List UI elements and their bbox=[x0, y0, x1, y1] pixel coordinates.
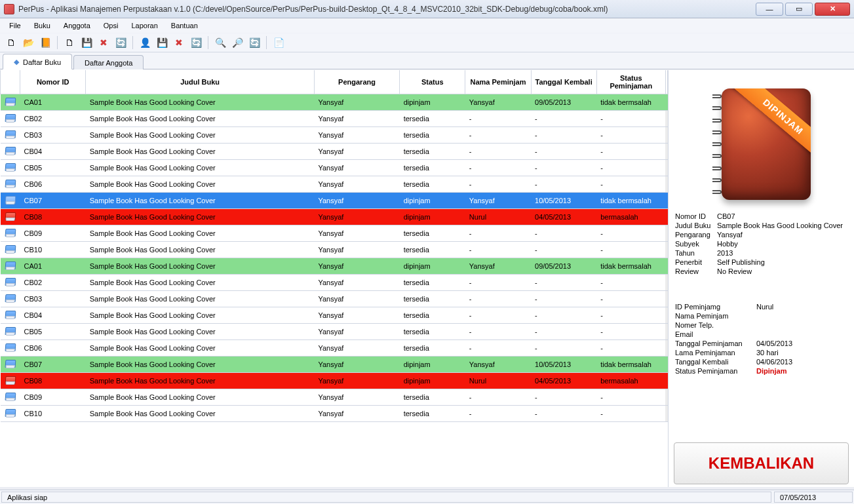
cell-borrower: - bbox=[465, 176, 531, 193]
tab-daftar-buku[interactable]: ◆ Daftar Buku bbox=[3, 54, 72, 69]
menu-file[interactable]: File bbox=[3, 20, 28, 31]
new-book-icon[interactable]: 🗋 bbox=[62, 35, 77, 50]
cell-author: Yansyaf bbox=[314, 144, 399, 160]
cell-borrower: - bbox=[465, 406, 531, 422]
cell-borrower: Yansyaf bbox=[465, 94, 531, 111]
col-icon[interactable] bbox=[1, 70, 20, 94]
menu-anggota[interactable]: Anggota bbox=[57, 20, 97, 31]
lbl-nama-peminjam: Nama Peminjam bbox=[675, 312, 754, 320]
cell-return: 04/05/2013 bbox=[531, 373, 596, 389]
cell-id: CB08 bbox=[20, 373, 86, 389]
table-row[interactable]: CB04Sample Book Has Good Looking CoverYa… bbox=[1, 144, 668, 160]
col-pengarang[interactable]: Pengarang bbox=[314, 70, 399, 94]
table-row[interactable]: CB08Sample Book Has Good Looking CoverYa… bbox=[1, 373, 668, 389]
delete-member-icon[interactable]: ✖ bbox=[172, 35, 186, 50]
col-status[interactable]: Status bbox=[400, 70, 465, 94]
val-nama-peminjam bbox=[756, 312, 847, 320]
book-row-icon bbox=[1, 160, 20, 176]
tab-daftar-anggota[interactable]: Daftar Anggota bbox=[73, 55, 144, 69]
cell-id: CB06 bbox=[20, 176, 86, 193]
book-row-icon bbox=[1, 324, 20, 340]
table-row[interactable]: CB06Sample Book Has Good Looking CoverYa… bbox=[1, 176, 668, 193]
col-nomor-id[interactable]: Nomor ID bbox=[20, 70, 86, 94]
cell-id: CB04 bbox=[20, 144, 86, 160]
zoom-out-icon[interactable]: 🔎 bbox=[230, 35, 244, 50]
cell-title: Sample Book Has Good Looking Cover bbox=[86, 340, 315, 357]
table-row[interactable]: CB10Sample Book Has Good Looking CoverYa… bbox=[1, 242, 668, 258]
cell-return: 10/05/2013 bbox=[531, 193, 596, 209]
menu-buku[interactable]: Buku bbox=[28, 20, 57, 31]
save-member-icon[interactable]: 💾 bbox=[155, 35, 169, 50]
col-tgl-kembali[interactable]: Tanggal Kembali bbox=[531, 70, 596, 94]
cell-status: tersedia bbox=[400, 127, 465, 144]
lbl-tgl-kembali: Tanggal Kembali bbox=[675, 358, 754, 366]
book-row-icon bbox=[1, 94, 20, 111]
table-row[interactable]: CA01Sample Book Has Good Looking CoverYa… bbox=[1, 258, 668, 275]
menu-opsi[interactable]: Opsi bbox=[97, 20, 125, 31]
table-row[interactable]: CB08Sample Book Has Good Looking CoverYa… bbox=[1, 209, 668, 225]
val-subyek: Hobby bbox=[717, 240, 847, 248]
maximize-button[interactable]: ▭ bbox=[785, 3, 813, 16]
table-row[interactable]: CB07Sample Book Has Good Looking CoverYa… bbox=[1, 193, 668, 209]
export-icon[interactable]: 📄 bbox=[271, 35, 286, 50]
table-row[interactable]: CB07Sample Book Has Good Looking CoverYa… bbox=[1, 357, 668, 373]
cell-spacer bbox=[665, 291, 667, 307]
zoom-in-icon[interactable]: 🔍 bbox=[213, 35, 227, 50]
table-row[interactable]: CB02Sample Book Has Good Looking CoverYa… bbox=[1, 111, 668, 127]
table-row[interactable]: CB05Sample Book Has Good Looking CoverYa… bbox=[1, 324, 668, 340]
menubar: File Buku Anggota Opsi Laporan Bantuan bbox=[0, 18, 854, 33]
content-area: Nomor ID Judul Buku Pengarang Status Nam… bbox=[0, 69, 854, 487]
cell-author: Yansyaf bbox=[314, 307, 399, 324]
cell-loan-status: - bbox=[596, 160, 665, 176]
return-button[interactable]: KEMBALIKAN bbox=[674, 442, 849, 484]
cell-status: tersedia bbox=[400, 340, 465, 357]
member-icon[interactable]: 👤 bbox=[138, 35, 152, 50]
book-row-icon bbox=[1, 144, 20, 160]
save-book-icon[interactable]: 💾 bbox=[79, 35, 94, 50]
zoom-reset-icon[interactable]: 🔄 bbox=[247, 35, 262, 50]
cell-spacer bbox=[665, 225, 667, 242]
book-row-icon bbox=[1, 176, 20, 193]
table-row[interactable]: CB02Sample Book Has Good Looking CoverYa… bbox=[1, 275, 668, 291]
book-info: Nomor IDCB07 Judul BukuSample Book Has G… bbox=[672, 206, 850, 282]
cell-spacer bbox=[665, 144, 667, 160]
book-row-icon bbox=[1, 406, 20, 422]
menu-bantuan[interactable]: Bantuan bbox=[165, 20, 204, 31]
cell-id: CB05 bbox=[20, 160, 86, 176]
app-icon bbox=[4, 4, 14, 14]
cell-loan-status: - bbox=[596, 144, 665, 160]
table-row[interactable]: CB09Sample Book Has Good Looking CoverYa… bbox=[1, 389, 668, 406]
table-row[interactable]: CB10Sample Book Has Good Looking CoverYa… bbox=[1, 406, 668, 422]
minimize-button[interactable]: — bbox=[756, 3, 783, 16]
delete-book-icon[interactable]: ✖ bbox=[96, 35, 111, 50]
book-settings-icon[interactable]: 📙 bbox=[38, 35, 52, 50]
new-file-icon[interactable]: 🗋 bbox=[4, 35, 18, 50]
col-peminjam[interactable]: Nama Peminjam bbox=[465, 70, 531, 94]
cell-author: Yansyaf bbox=[314, 389, 399, 406]
close-button[interactable]: ✕ bbox=[815, 3, 850, 16]
cell-spacer bbox=[665, 357, 667, 373]
refresh-members-icon[interactable]: 🔄 bbox=[189, 35, 203, 50]
table-row[interactable]: CB03Sample Book Has Good Looking CoverYa… bbox=[1, 291, 668, 307]
book-cover-body: DIPINJAM bbox=[722, 88, 811, 200]
cell-borrower: - bbox=[465, 389, 531, 406]
table-row[interactable]: CB03Sample Book Has Good Looking CoverYa… bbox=[1, 127, 668, 144]
cell-id: CB08 bbox=[20, 209, 86, 225]
table-row[interactable]: CB06Sample Book Has Good Looking CoverYa… bbox=[1, 340, 668, 357]
cell-return: - bbox=[531, 340, 596, 357]
refresh-books-icon[interactable]: 🔄 bbox=[113, 35, 128, 50]
val-penerbit: Self Publishing bbox=[717, 258, 847, 266]
cell-spacer bbox=[665, 160, 667, 176]
table-row[interactable]: CA01Sample Book Has Good Looking CoverYa… bbox=[1, 94, 668, 111]
cell-id: CB06 bbox=[20, 340, 86, 357]
menu-laporan[interactable]: Laporan bbox=[125, 20, 164, 31]
col-judul[interactable]: Judul Buku bbox=[86, 70, 315, 94]
open-folder-icon[interactable]: 📂 bbox=[21, 35, 35, 50]
table-row[interactable]: CB09Sample Book Has Good Looking CoverYa… bbox=[1, 225, 668, 242]
titlebar: PerPus - Aplikasi Manajemen Perpustakaan… bbox=[0, 0, 854, 18]
table-row[interactable]: CB05Sample Book Has Good Looking CoverYa… bbox=[1, 160, 668, 176]
col-status-peminjaman[interactable]: Status Peminjaman bbox=[596, 70, 665, 94]
cell-borrower: Nurul bbox=[465, 209, 531, 225]
table-row[interactable]: CB04Sample Book Has Good Looking CoverYa… bbox=[1, 307, 668, 324]
cell-author: Yansyaf bbox=[314, 242, 399, 258]
